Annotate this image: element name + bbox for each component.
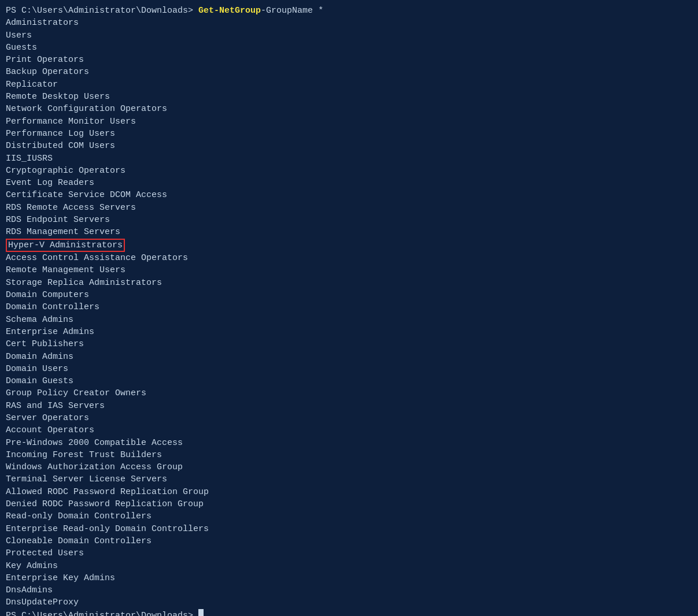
list-item: Incoming Forest Trust Builders xyxy=(6,449,692,461)
list-item: Print Operators xyxy=(6,54,692,66)
list-item: Certificate Service DCOM Access xyxy=(6,189,692,201)
list-item: Cloneable Domain Controllers xyxy=(6,535,692,547)
list-item: Protected Users xyxy=(6,547,692,559)
command-args: -GroupName * xyxy=(261,5,323,17)
list-item: Allowed RODC Password Replication Group xyxy=(6,486,692,498)
list-item: Enterprise Admins xyxy=(6,326,692,338)
list-item: RDS Remote Access Servers xyxy=(6,202,692,214)
list-item: RDS Endpoint Servers xyxy=(6,214,692,226)
list-item: Network Configuration Operators xyxy=(6,103,692,115)
list-item: Denied RODC Password Replication Group xyxy=(6,498,692,510)
list-item: Remote Desktop Users xyxy=(6,91,692,103)
list-item: Group Policy Creator Owners xyxy=(6,387,692,399)
list-item: DnsAdmins xyxy=(6,584,692,596)
list-item: Guests xyxy=(6,42,692,54)
list-item: Domain Admins xyxy=(6,351,692,363)
list-item: Remote Management Users xyxy=(6,264,692,276)
list-item: Event Log Readers xyxy=(6,177,692,189)
list-item: Users xyxy=(6,29,692,42)
list-item: RAS and IAS Servers xyxy=(6,400,692,412)
output-group-2: Access Control Assistance OperatorsRemot… xyxy=(6,252,692,609)
list-item: Storage Replica Administrators xyxy=(6,277,692,289)
list-item: Access Control Assistance Operators xyxy=(6,252,692,264)
list-item: DnsUpdateProxy xyxy=(6,596,692,608)
list-item: Read-only Domain Controllers xyxy=(6,510,692,522)
list-item: RDS Management Servers xyxy=(6,226,692,238)
list-item: Enterprise Key Admins xyxy=(6,572,692,584)
list-item: Domain Computers xyxy=(6,289,692,301)
list-item: Performance Monitor Users xyxy=(6,116,692,128)
list-item: Backup Operators xyxy=(6,66,692,78)
list-item: Schema Admins xyxy=(6,314,692,326)
list-item: Cert Publishers xyxy=(6,338,692,350)
list-item: IIS_IUSRS xyxy=(6,153,692,165)
terminal-window: PS C:\Users\Administrator\Downloads> Get… xyxy=(6,5,692,616)
final-prompt-line: PS C:\Users\Administrator\Downloads> xyxy=(6,609,692,616)
list-item: Terminal Server License Servers xyxy=(6,473,692,485)
prompt-path: PS C:\Users\Administrator\Downloads> xyxy=(6,5,193,17)
list-item: Administrators xyxy=(6,17,692,29)
list-item: Key Admins xyxy=(6,560,692,572)
command-name: Get-NetGroup xyxy=(198,5,261,17)
list-item: Pre-Windows 2000 Compatible Access xyxy=(6,437,692,449)
output-group-1: AdministratorsUsersGuestsPrint Operators… xyxy=(6,17,692,238)
list-item: Cryptographic Operators xyxy=(6,165,692,177)
list-item: Domain Controllers xyxy=(6,301,692,313)
list-item: Server Operators xyxy=(6,412,692,424)
list-item: Domain Guests xyxy=(6,375,692,387)
command-prompt-line: PS C:\Users\Administrator\Downloads> Get… xyxy=(6,5,692,17)
final-prompt-path: PS C:\Users\Administrator\Downloads> xyxy=(6,610,193,616)
cursor-blink xyxy=(198,609,204,616)
highlighted-line-container: Hyper-V Administrators xyxy=(6,239,692,253)
list-item: Performance Log Users xyxy=(6,128,692,140)
list-item: Domain Users xyxy=(6,363,692,375)
hyper-v-admins-line: Hyper-V Administrators xyxy=(6,239,125,253)
list-item: Windows Authorization Access Group xyxy=(6,461,692,473)
list-item: Distributed COM Users xyxy=(6,140,692,152)
list-item: Replicator xyxy=(6,79,692,91)
list-item: Enterprise Read-only Domain Controllers xyxy=(6,523,692,535)
list-item: Account Operators xyxy=(6,424,692,436)
